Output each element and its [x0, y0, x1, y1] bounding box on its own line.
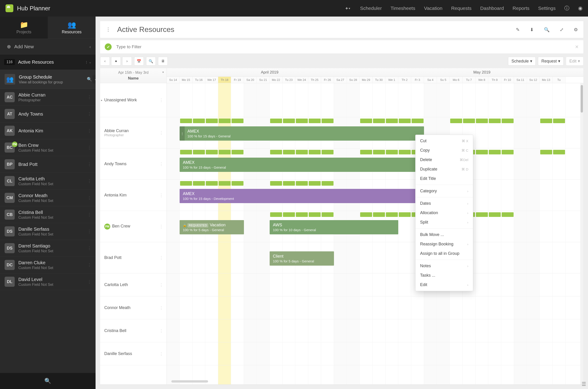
scheduler-row[interactable]: [167, 83, 583, 117]
horizontal-scrollbar[interactable]: [171, 380, 208, 383]
calendar-button[interactable]: 📅: [134, 57, 144, 65]
row-name-cell[interactable]: ▸Unassigned Work⋮: [100, 83, 166, 117]
expand-icon[interactable]: ▸: [101, 98, 102, 102]
more-icon[interactable]: ⋮ ⌄: [85, 61, 92, 64]
nav-reports[interactable]: Reports: [513, 5, 530, 11]
context-menu-item[interactable]: Bulk Move ...: [415, 230, 473, 239]
more-icon[interactable]: ⋮: [87, 246, 92, 251]
hamburger-icon[interactable]: ☰: [582, 381, 586, 387]
day-header[interactable]: Th 25: [308, 77, 321, 83]
search-icon[interactable]: 🔍: [87, 77, 92, 82]
sidebar-item[interactable]: AT Andy Towns ⋮: [0, 106, 95, 123]
user-icon[interactable]: ◉: [578, 5, 583, 11]
booking[interactable]: AWS100 % for 10 days - General: [270, 220, 398, 234]
next-button[interactable]: ›: [122, 57, 132, 65]
context-menu-item[interactable]: Copy⌘ C: [415, 146, 473, 155]
tab-projects[interactable]: 📁 Projects: [0, 17, 48, 39]
scheduler-row[interactable]: 🔒REQUESTEDVacation100 % for 5 days - Gen…: [167, 211, 583, 242]
sidebar-active-header[interactable]: 116 Active Resources ⋮ ⌄: [0, 54, 95, 70]
day-header[interactable]: Tu 23: [282, 77, 295, 83]
day-header[interactable]: Fr 3: [411, 77, 424, 83]
day-header[interactable]: Fr 10: [501, 77, 514, 83]
context-menu-item[interactable]: Allocation›: [415, 208, 473, 218]
more-icon[interactable]: ⋮: [87, 128, 92, 133]
sidebar-item[interactable]: CB Cristina Bell Custom Field Not Set ⋮: [0, 206, 95, 223]
scheduler-row[interactable]: [167, 342, 583, 365]
scheduler-row[interactable]: Client100 % for 5 days - General: [167, 242, 583, 273]
day-header[interactable]: Su 21: [257, 77, 270, 83]
sidebar-item[interactable]: BP Brad Pott ⋮: [0, 156, 95, 173]
day-header[interactable]: We 1: [385, 77, 398, 83]
more-icon[interactable]: ⋮: [159, 255, 163, 260]
sidebar-item[interactable]: AC Abbie Curran Photographer ⋮: [0, 89, 95, 106]
nav-scheduler[interactable]: Scheduler: [360, 5, 382, 11]
row-name-cell[interactable]: Cristina Bell⋮: [100, 319, 166, 342]
day-header[interactable]: Mo 22: [270, 77, 282, 83]
day-header[interactable]: We 24: [295, 77, 308, 83]
drag-handle-icon[interactable]: ⋮: [180, 126, 185, 141]
gear-icon[interactable]: ⚙: [574, 27, 578, 32]
more-icon[interactable]: ⋮: [159, 193, 163, 198]
more-icon[interactable]: ⋮: [159, 98, 163, 103]
row-name-cell[interactable]: PMBen Crew⋮: [100, 211, 166, 242]
booking[interactable]: AMEX100 % for 15 days - Development: [180, 189, 424, 203]
context-menu-item[interactable]: Assign to all in Group: [415, 249, 473, 258]
filter-check-icon[interactable]: ✔: [105, 43, 112, 50]
tab-resources[interactable]: 👥 Resources: [48, 17, 95, 39]
context-menu-item[interactable]: Split›: [415, 218, 473, 227]
day-header[interactable]: Sa 11: [514, 77, 527, 83]
nav-settings[interactable]: Settings: [538, 5, 556, 11]
context-menu-item[interactable]: Dates›: [415, 199, 473, 208]
day-header[interactable]: Mo 13: [540, 77, 553, 83]
scheduler-row[interactable]: AMEX100 % for 15 days - General: [167, 148, 583, 180]
zoom-button[interactable]: 🔍: [146, 57, 156, 65]
day-header[interactable]: Tu 16: [192, 77, 205, 83]
day-header[interactable]: Su 5: [437, 77, 450, 83]
sidebar-item[interactable]: DL David Level Custom Field Not Set ⋮: [0, 273, 95, 290]
scheduler-corner[interactable]: ▾ Apr 15th - May 3rd Name: [100, 68, 167, 83]
more-icon[interactable]: ⋮: [159, 130, 163, 135]
nav-timesheets[interactable]: Timesheets: [390, 5, 415, 11]
more-icon[interactable]: ⋮: [87, 179, 92, 184]
day-header[interactable]: Sa 27: [334, 77, 347, 83]
vertical-scrollbar-track[interactable]: [580, 83, 583, 384]
day-header[interactable]: Th 2: [398, 77, 411, 83]
context-menu-item[interactable]: Edit Title: [415, 174, 473, 183]
more-icon[interactable]: ⋮: [87, 262, 92, 267]
download-icon[interactable]: ⬇: [530, 27, 534, 32]
day-header[interactable]: Su 14: [167, 77, 180, 83]
day-header[interactable]: Th 18: [218, 77, 231, 83]
day-header[interactable]: Tu 7: [463, 77, 475, 83]
more-icon[interactable]: ⋮: [87, 111, 92, 117]
row-name-cell[interactable]: Danille Serfass⋮: [100, 342, 166, 365]
edit-dropdown[interactable]: Edit ▾: [566, 57, 583, 65]
context-menu-item[interactable]: Duplicate⌘ D: [415, 164, 473, 174]
display-button[interactable]: 🖥: [158, 57, 168, 65]
search-icon[interactable]: 🔍: [544, 27, 550, 32]
caret-down-icon[interactable]: ▾: [162, 70, 164, 74]
fullscreen-icon[interactable]: ⤢: [560, 27, 564, 32]
row-name-cell[interactable]: Carlotta Leth⋮: [100, 273, 166, 296]
more-icon[interactable]: ⋮: [87, 279, 92, 284]
day-header[interactable]: Mo 29: [360, 77, 372, 83]
sidebar-item[interactable]: AK Antonia Kim ⋮: [0, 123, 95, 139]
context-menu-item[interactable]: Category›: [415, 186, 473, 196]
sidebar-item[interactable]: DS Darrel Santiago Custom Field Not Set …: [0, 240, 95, 257]
day-header[interactable]: Mo 15: [180, 77, 192, 83]
scheduler-row[interactable]: [167, 296, 583, 319]
row-name-cell[interactable]: Antonia Kim⋮: [100, 180, 166, 211]
day-header[interactable]: We 17: [205, 77, 218, 83]
vertical-scrollbar-thumb[interactable]: [581, 85, 583, 113]
row-name-cell[interactable]: Andy Towns⋮: [100, 148, 166, 180]
scheduler-row[interactable]: [167, 319, 583, 342]
prev-button[interactable]: ‹: [100, 57, 110, 65]
more-icon[interactable]: ⋮: [159, 328, 163, 333]
more-icon[interactable]: ⋮: [87, 212, 92, 217]
close-icon[interactable]: ✕: [575, 44, 579, 50]
nav-dashboard[interactable]: Dashboard: [480, 5, 504, 11]
scheduler-row[interactable]: ⋮AMEX100 % for 15 days - General: [167, 117, 583, 148]
more-icon[interactable]: ⋮: [159, 224, 163, 229]
more-icon[interactable]: ⋮: [87, 162, 92, 167]
day-header[interactable]: Th 9: [488, 77, 501, 83]
nav-vacation[interactable]: Vacation: [424, 5, 442, 11]
